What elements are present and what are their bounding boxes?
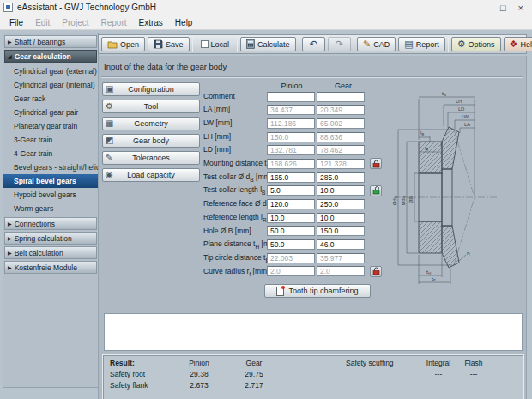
chevron-right-icon: ▶: [8, 221, 12, 227]
toolbar-separator: [192, 37, 193, 52]
local-checkbox[interactable]: [201, 40, 209, 48]
geometry-button[interactable]: ▦Geometry: [102, 117, 200, 130]
sidebar-item-gear-rack[interactable]: Gear rack: [3, 92, 98, 106]
menu-help[interactable]: Help: [169, 16, 199, 29]
report-button[interactable]: ▤ Report: [398, 37, 444, 51]
minimize-button[interactable]: –: [483, 1, 488, 15]
window-frame: ▶Shaft / bearings ◢Gear calculation Cyli…: [0, 30, 532, 399]
test-collar-diameter-gear-input[interactable]: [317, 172, 365, 183]
sidebar-item-hypoid-bevel-gears[interactable]: Hypoid bevel gears: [3, 188, 98, 202]
sidebar-item-worm-gears[interactable]: Worm gears: [3, 202, 98, 215]
sidebar-item-cylindrical-gear-internal[interactable]: Cylindrical gear (internal): [3, 78, 98, 92]
tip-circle-distance-pinion-value: [267, 253, 315, 263]
maximize-button[interactable]: □: [500, 1, 506, 15]
safety-root-pinion: 29.38: [175, 370, 223, 378]
hole-diameter-pinion-input[interactable]: [267, 226, 315, 236]
help-button[interactable]: ❖ Help: [504, 37, 532, 51]
safety-root-gear: 29.75: [230, 370, 278, 378]
reference-length-gear-input[interactable]: [317, 213, 365, 223]
sidebar-section-shaft-bearings[interactable]: ▶Shaft / bearings: [4, 35, 97, 48]
test-collar-diameter-pinion-input[interactable]: [267, 172, 315, 183]
status-line: Input of the data for the gear body: [104, 62, 227, 71]
field-label: LH [mm]: [203, 132, 267, 142]
sidebar-item-cylindrical-gear-external[interactable]: Cylindrical gear (external): [3, 64, 98, 78]
help-book-icon: ❖: [510, 39, 518, 49]
sidebar-item-planetary-gear-train[interactable]: Planetary gear train: [3, 119, 98, 133]
test-collar-length-pinion-input[interactable]: [267, 185, 315, 196]
field-label: Comment: [203, 92, 267, 102]
tip-circle-distance-gear-value: [317, 253, 365, 263]
save-button[interactable]: Save: [148, 37, 190, 51]
tool-gears-icon: ⚙: [106, 101, 113, 111]
sidebar-item-cylindrical-gear-pair[interactable]: Cylindrical gear pair: [3, 106, 98, 119]
menu-extras[interactable]: Extras: [133, 16, 169, 29]
la-gear-value: [317, 105, 365, 115]
calculate-button[interactable]: Calculate: [240, 37, 296, 51]
cad-button[interactable]: ✎ CAD: [357, 37, 396, 51]
close-button[interactable]: ×: [518, 1, 523, 15]
sidebar: ▶Shaft / bearings ◢Gear calculation Cyli…: [3, 33, 99, 388]
test-collar-length-gear-input[interactable]: [317, 185, 365, 196]
app-icon: [3, 3, 13, 12]
pinion-column-header: Pinion: [267, 82, 317, 90]
redo-icon: ↷: [336, 39, 343, 49]
open-button[interactable]: Open: [101, 37, 145, 51]
reference-face-diameter-gear-input[interactable]: [317, 199, 365, 209]
menu-project: Project: [56, 16, 94, 29]
svg-text:LD: LD: [458, 106, 464, 112]
scuffing-flash-value: ---: [450, 370, 498, 378]
lh-pinion-value: [267, 132, 315, 142]
curve-radius-lock-button[interactable]: [370, 266, 382, 277]
titlebar: eAssistant - GWJ Technology GmbH – □ ×: [0, 0, 532, 15]
hole-diameter-gear-input[interactable]: [317, 226, 365, 236]
field-label: Test collar Ø dB [mm]: [203, 172, 267, 183]
load-capacity-button[interactable]: ◉Load capacity: [102, 168, 200, 182]
svg-text:tE: tE: [432, 276, 436, 282]
safety-flank-label: Safety flank: [110, 381, 148, 390]
field-label: Reference length lR [mm]: [203, 213, 267, 223]
plane-distance-pinion-input[interactable]: [267, 239, 315, 250]
sidebar-item-bevel-gears-straight-helical[interactable]: Bevel gears - straight/helical: [3, 160, 98, 174]
menu-report: Report: [94, 16, 132, 29]
mounting-distance-pinion-value: [267, 159, 315, 169]
comment-pinion-input[interactable]: [267, 92, 315, 102]
svg-text:rf: rf: [467, 251, 470, 257]
gear-body-button[interactable]: ◩Gear body: [102, 134, 200, 148]
menu-file[interactable]: File: [3, 16, 29, 29]
sidebar-section-gear-calculation[interactable]: ◢Gear calculation: [4, 50, 97, 63]
field-label: Curve radius rf [mm]: [203, 267, 267, 277]
comment-gear-input[interactable]: [317, 92, 365, 102]
undo-button[interactable]: ↶: [302, 37, 325, 51]
chamfer-page-icon: [276, 287, 284, 296]
field-label: Test collar length lB [mm]: [203, 185, 267, 196]
svg-text:lB: lB: [420, 130, 425, 136]
save-floppy-icon: [154, 39, 163, 49]
section-buttons: ▣Configuration ⚙Tool ▦Geometry ◩Gear bod…: [102, 82, 200, 185]
sidebar-section-belt-calculation[interactable]: ▶Belt calculation: [4, 246, 97, 259]
mounting-distance-lock-button[interactable]: [370, 158, 382, 169]
sidebar-section-spring-calculation[interactable]: ▶Spring calculation: [4, 232, 97, 245]
sidebar-item-3-gear-train[interactable]: 3-Gear train: [3, 133, 98, 147]
svg-text:tB: tB: [442, 91, 446, 97]
local-checkbox-group: Local: [196, 37, 235, 51]
sidebar-item-spiral-bevel-gears[interactable]: Spiral bevel gears: [3, 174, 98, 188]
sidebar-section-connections[interactable]: ▶Connections: [4, 217, 97, 230]
undo-icon: ↶: [310, 39, 317, 49]
sidebar-item-4-gear-train[interactable]: 4-Gear train: [3, 147, 98, 160]
tooth-tip-chamfering-button[interactable]: Tooth tip chamfering: [264, 284, 371, 298]
field-label: Hole Ø B [mm]: [203, 227, 267, 237]
reference-length-pinion-input[interactable]: [267, 213, 315, 223]
message-box: [104, 313, 523, 351]
redo-button: ↷: [328, 37, 351, 51]
test-collar-length-lock-button[interactable]: [370, 185, 382, 196]
configuration-button[interactable]: ▣Configuration: [102, 82, 200, 96]
tolerances-button[interactable]: ✎Tolerances: [102, 151, 200, 165]
reference-face-diameter-pinion-input[interactable]: [267, 199, 315, 209]
plane-distance-gear-input[interactable]: [317, 239, 365, 250]
sidebar-section-kostenfreie-module[interactable]: ▶Kostenfreie Module: [4, 261, 97, 274]
ld-gear-value: [317, 145, 365, 155]
svg-text:LW: LW: [462, 114, 469, 119]
open-folder-icon: [107, 40, 118, 49]
options-button[interactable]: ⚙ Options: [451, 37, 501, 51]
tool-button[interactable]: ⚙Tool: [102, 100, 200, 113]
